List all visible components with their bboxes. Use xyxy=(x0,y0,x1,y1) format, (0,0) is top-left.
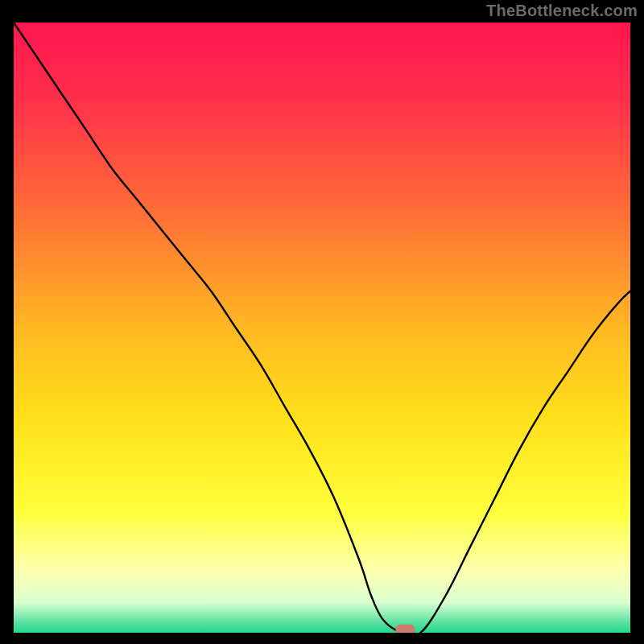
plot-area xyxy=(14,23,630,633)
chart-frame: TheBottleneck.com xyxy=(0,0,644,644)
minimum-marker xyxy=(395,625,415,633)
gradient-background xyxy=(14,23,630,633)
bottleneck-chart xyxy=(14,23,630,633)
watermark-text: TheBottleneck.com xyxy=(486,2,638,20)
